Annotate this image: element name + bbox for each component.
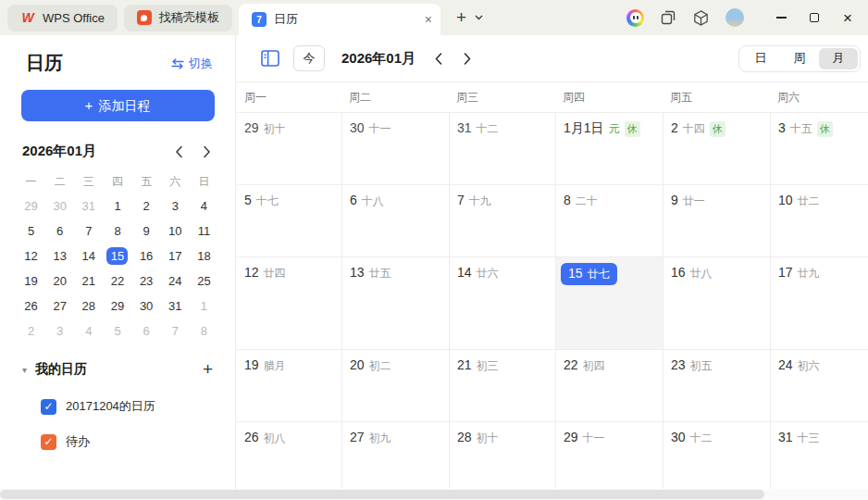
date-cell[interactable]: 2十四休 [663, 113, 770, 184]
mini-next-month-button[interactable] [203, 145, 211, 158]
mini-day[interactable]: 3 [45, 319, 74, 344]
ai-assistant-icon[interactable] [626, 9, 644, 27]
mini-day[interactable]: 7 [161, 319, 190, 344]
mini-day-selected[interactable]: 15 [103, 244, 131, 269]
workspace-box-icon[interactable] [692, 9, 710, 27]
close-button[interactable]: × [831, 0, 864, 35]
mini-day[interactable]: 2 [17, 319, 45, 344]
date-cell[interactable]: 22初四 [555, 350, 663, 421]
add-calendar-button[interactable]: + [203, 359, 213, 380]
date-cell[interactable]: 29初十 [237, 113, 341, 184]
horizontal-scrollbar[interactable] [0, 489, 868, 500]
date-cell[interactable]: 24初六 [770, 350, 868, 421]
mini-day[interactable]: 9 [132, 219, 161, 244]
date-cell[interactable]: 27初九 [341, 422, 449, 489]
user-avatar[interactable] [725, 8, 744, 27]
date-cell[interactable]: 1月1日元休 [555, 113, 663, 184]
tab-calendar[interactable]: 7日历× [239, 4, 440, 35]
mini-day[interactable]: 22 [103, 269, 131, 294]
mini-day[interactable]: 6 [45, 219, 74, 244]
date-cell[interactable]: 30十二 [663, 422, 770, 489]
mini-day[interactable]: 19 [17, 269, 45, 294]
minimize-button[interactable] [764, 0, 798, 35]
date-cell[interactable]: 23初五 [663, 350, 770, 421]
date-cell[interactable]: 14廿六 [449, 257, 555, 349]
mini-day[interactable]: 4 [190, 194, 218, 219]
mini-day[interactable]: 27 [45, 294, 74, 319]
mini-day[interactable]: 30 [45, 194, 74, 219]
mini-day[interactable]: 23 [132, 269, 161, 294]
mini-day[interactable]: 14 [74, 244, 103, 269]
date-cell[interactable]: 30十一 [341, 113, 449, 184]
date-cell[interactable]: 17廿九 [770, 257, 868, 349]
mini-day[interactable]: 5 [17, 219, 45, 244]
view-option-day[interactable]: 日 [741, 48, 780, 69]
calendar-list-item[interactable]: ✓20171204的日历 [22, 398, 213, 415]
mini-day[interactable]: 8 [103, 219, 131, 244]
date-cell[interactable]: 3十五休 [770, 113, 868, 184]
mini-day[interactable]: 26 [17, 294, 45, 319]
mini-day[interactable]: 10 [161, 219, 190, 244]
date-cell[interactable]: 21初三 [449, 350, 555, 421]
date-cell[interactable]: 31十三 [770, 422, 868, 489]
mini-day[interactable]: 31 [74, 194, 103, 219]
mini-day[interactable]: 31 [161, 294, 190, 319]
panel-toggle-icon[interactable] [261, 50, 279, 67]
mini-day[interactable]: 30 [132, 294, 161, 319]
add-event-button[interactable]: +添加日程 [21, 90, 215, 121]
date-cell[interactable]: 16廿八 [663, 257, 770, 349]
date-cell[interactable]: 6十八 [341, 185, 449, 256]
mini-day[interactable]: 12 [17, 244, 45, 269]
mini-day[interactable]: 5 [103, 319, 131, 344]
maximize-button[interactable] [798, 0, 831, 35]
collapse-triangle-icon[interactable]: ▾ [22, 365, 27, 375]
prev-month-button[interactable] [435, 53, 442, 65]
date-cell[interactable]: 31十二 [449, 113, 555, 184]
mini-day[interactable]: 13 [45, 244, 74, 269]
date-cell[interactable]: 13廿五 [341, 257, 449, 349]
mini-day[interactable]: 1 [103, 194, 131, 219]
mini-day[interactable]: 2 [132, 194, 161, 219]
mini-prev-month-button[interactable] [175, 145, 183, 158]
today-button[interactable]: 今 [293, 45, 325, 71]
tab-docer-templates[interactable]: 找稿壳模板 [124, 5, 232, 31]
mini-day[interactable]: 25 [190, 269, 218, 294]
mini-day[interactable]: 29 [103, 294, 131, 319]
mini-day[interactable]: 24 [161, 269, 190, 294]
mini-day[interactable]: 6 [132, 319, 161, 344]
date-cell[interactable]: 29十一 [555, 422, 663, 489]
new-tab-button[interactable]: + [456, 7, 466, 28]
mini-day[interactable]: 17 [161, 244, 190, 269]
date-cell[interactable]: 7十九 [449, 185, 555, 256]
mini-day[interactable]: 11 [190, 219, 218, 244]
date-cell[interactable]: 10廿二 [770, 185, 868, 256]
scrollbar-thumb[interactable] [0, 490, 764, 499]
checkbox-checked-icon[interactable]: ✓ [41, 399, 56, 415]
mini-day[interactable]: 16 [132, 244, 161, 269]
checkbox-checked-icon[interactable]: ✓ [41, 434, 56, 450]
tab-close-icon[interactable]: × [425, 13, 432, 26]
tab-wps-office[interactable]: WWPS Office [7, 5, 118, 31]
date-cell[interactable]: 20初二 [341, 350, 449, 421]
mini-day[interactable]: 7 [74, 219, 103, 244]
mini-day[interactable]: 1 [190, 294, 218, 319]
date-cell[interactable]: 28初十 [449, 422, 555, 489]
mini-day[interactable]: 3 [161, 194, 190, 219]
mini-day[interactable]: 18 [190, 244, 218, 269]
date-cell[interactable]: 26初八 [237, 422, 341, 489]
date-cell[interactable]: 8二十 [555, 185, 663, 256]
switch-view-link[interactable]: 切换 [171, 56, 213, 72]
next-month-button[interactable] [464, 53, 471, 65]
view-option-month[interactable]: 月 [819, 48, 858, 69]
multi-window-icon[interactable] [660, 9, 676, 26]
mini-day[interactable]: 8 [190, 319, 218, 344]
mini-day[interactable]: 28 [74, 294, 103, 319]
date-cell[interactable]: 9廿一 [663, 185, 770, 256]
chevron-down-icon[interactable] [475, 15, 483, 20]
calendar-list-item[interactable]: ✓待办 [22, 433, 213, 450]
date-cell[interactable]: 19腊月 [237, 350, 341, 421]
mini-day[interactable]: 21 [74, 269, 103, 294]
mini-day[interactable]: 4 [74, 319, 103, 344]
mini-day[interactable]: 20 [45, 269, 74, 294]
date-cell-today[interactable]: 15廿七 [555, 257, 663, 349]
